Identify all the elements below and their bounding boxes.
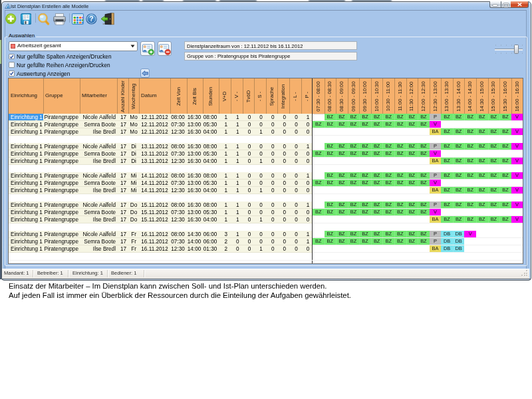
svg-text:?: ? [89,15,93,23]
